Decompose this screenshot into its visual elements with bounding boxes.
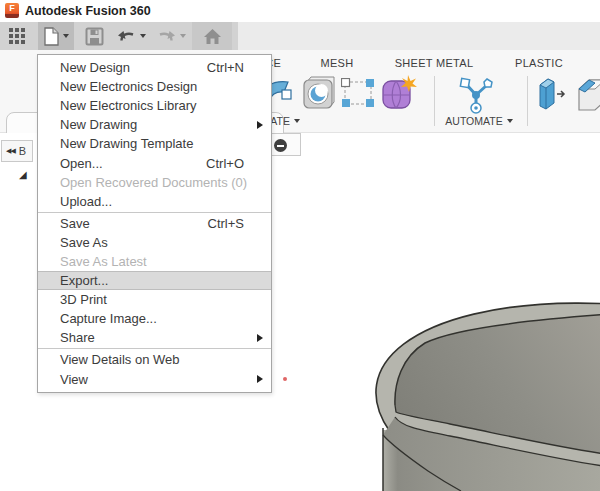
menu-item-view[interactable]: View [38,370,271,389]
home-icon [203,28,222,45]
menu-item-label: New Electronics Library [60,98,197,113]
file-menu-caret-icon [63,34,69,38]
menu-item-label: Upload... [60,194,112,209]
menu-item-label: Export... [60,273,108,288]
menu-item-open[interactable]: Open...Ctrl+O [38,153,271,172]
automate-label: AUTOMATE [445,115,502,127]
menu-item-label: Save [60,216,90,231]
menu-item-new-design[interactable]: New DesignCtrl+N [38,58,271,77]
submenu-arrow-icon [257,121,263,129]
ribbon-tab-mesh[interactable]: MESH [312,57,362,69]
menu-item-3d-print[interactable]: 3D Print [38,290,271,309]
redo-caret-icon [180,34,186,38]
menu-item-label: Save As [60,235,108,250]
menu-item-capture-image[interactable]: Capture Image... [38,309,271,328]
create-caret-icon [294,119,300,123]
menu-item-save[interactable]: SaveCtrl+S [38,214,271,233]
menu-item-share[interactable]: Share [38,328,271,347]
tab-bar-background [238,22,600,50]
menu-item-label: Open... [60,156,103,171]
submenu-arrow-icon [257,334,263,342]
plastic-wall-tool-icon[interactable] [536,77,568,115]
menu-item-label: New Drawing [60,117,137,132]
redo-button[interactable] [152,22,190,50]
browser-collapse-button[interactable]: ◀◀ B [1,140,33,162]
menu-item-open-recovered-documents-0[interactable]: Open Recovered Documents (0) [38,173,271,192]
file-menu-button[interactable] [38,22,74,50]
menu-item-shortcut: Ctrl+N [207,60,263,75]
menu-item-label: Open Recovered Documents (0) [60,175,247,190]
document-icon [44,27,59,46]
menu-item-upload[interactable]: Upload... [38,192,271,211]
menu-item-save-as[interactable]: Save As [38,233,271,252]
window-title: Autodesk Fusion 360 [25,0,151,22]
menu-separator [38,212,271,213]
undo-arrow-icon [116,28,137,44]
fusion-logo-icon: F [5,3,19,18]
menu-item-new-drawing[interactable]: New Drawing [38,115,271,134]
washer-tool-icon[interactable] [302,75,336,114]
menu-item-new-drawing-template[interactable]: New Drawing Template [38,134,271,153]
menu-item-new-electronics-library[interactable]: New Electronics Library [38,96,271,115]
plastic-boss-tool-icon[interactable] [577,77,600,115]
home-tab-button[interactable] [192,22,232,50]
menu-item-export[interactable]: Export... [38,271,271,290]
edit-form-tool-icon[interactable] [341,78,375,112]
grid-icon [8,27,26,45]
origin-point [283,377,287,381]
redo-arrow-icon [156,28,177,44]
menu-item-shortcut: Ctrl+O [206,156,263,171]
menu-separator [38,348,271,349]
menu-item-label: New Drawing Template [60,136,193,151]
browser-expand-triangle-icon[interactable]: ◢ [19,169,27,180]
mesh-sphere-tool-icon[interactable] [381,75,417,115]
menu-item-label: View Details on Web [60,352,179,367]
undo-button[interactable] [112,22,150,50]
automate-caret-icon [507,119,513,123]
menu-item-label: Capture Image... [60,311,157,326]
automate-tool-icon[interactable] [456,75,496,119]
save-button[interactable] [80,22,108,50]
menu-item-label: Save As Latest [60,254,147,269]
menu-item-label: 3D Print [60,292,107,307]
menu-item-view-details-on-web[interactable]: View Details on Web [38,350,271,369]
collapse-arrows-icon: ◀◀ [6,147,15,155]
ribbon-divider [434,76,435,126]
submenu-arrow-icon [257,375,263,383]
menu-item-shortcut: Ctrl+S [208,216,263,231]
app-grid-button[interactable] [0,22,34,50]
menu-item-label: New Design [60,60,130,75]
menu-item-label: Share [60,330,95,345]
titlebar: F Autodesk Fusion 360 [0,0,600,22]
menu-item-label: View [60,372,88,387]
ribbon-tab-sheet-metal[interactable]: SHEET METAL [394,57,474,69]
floppy-icon [85,27,104,46]
browser-panel-letter: B [19,145,26,157]
automate-dropdown[interactable]: AUTOMATE [440,115,518,127]
menu-item-new-electronics-design[interactable]: New Electronics Design [38,77,271,96]
file-menu: New DesignCtrl+NNew Electronics DesignNe… [37,54,272,393]
ribbon-divider [527,76,528,126]
menu-item-save-as-latest[interactable]: Save As Latest [38,252,271,271]
minus-circle-icon [274,139,287,152]
ribbon-tab-plastic[interactable]: PLASTIC [509,57,569,69]
undo-caret-icon [140,34,146,38]
menu-item-label: New Electronics Design [60,79,197,94]
